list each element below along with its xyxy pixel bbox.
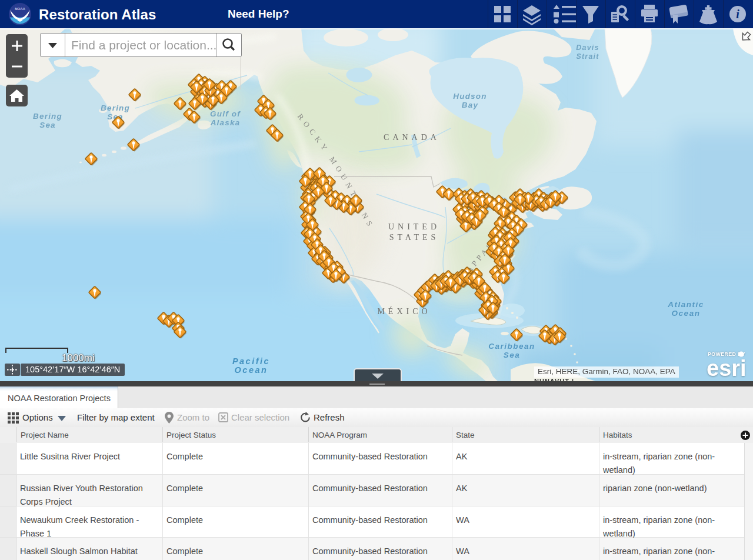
svg-text:MÉXICO: MÉXICO	[377, 306, 431, 316]
svg-text:Atlantic: Atlantic	[667, 300, 704, 309]
svg-text:Alaska: Alaska	[210, 118, 241, 127]
svg-text:CANADA: CANADA	[384, 133, 440, 142]
svg-text:NOAA: NOAA	[15, 7, 25, 11]
svg-text:Gulf of: Gulf of	[210, 109, 241, 118]
svg-text:Ocean: Ocean	[672, 309, 701, 318]
svg-text:STATES: STATES	[389, 233, 439, 242]
svg-text:Caribbean: Caribbean	[488, 342, 535, 351]
svg-text:Bering: Bering	[101, 104, 130, 112]
svg-text:UNITED: UNITED	[388, 222, 440, 231]
svg-text:Davis: Davis	[576, 44, 599, 52]
svg-text:Ocean: Ocean	[235, 365, 268, 375]
svg-text:i: i	[736, 8, 739, 21]
svg-text:Strait: Strait	[576, 52, 599, 61]
svg-text:Bay: Bay	[462, 101, 479, 109]
svg-text:Sea: Sea	[39, 121, 56, 129]
svg-text:Hudson: Hudson	[453, 92, 487, 101]
svg-text:esri: esri	[707, 356, 747, 381]
svg-text:Bering: Bering	[33, 112, 62, 121]
svg-text:Pacific: Pacific	[232, 356, 270, 366]
svg-text:Sea: Sea	[504, 351, 521, 359]
